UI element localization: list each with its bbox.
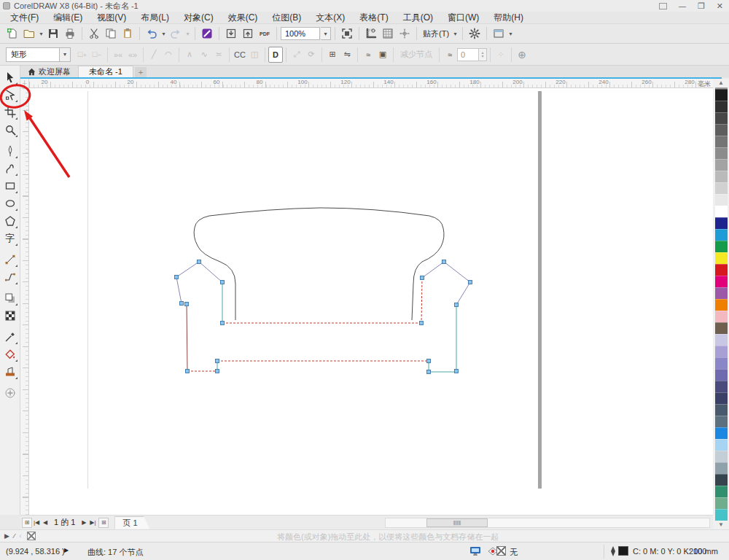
rectangle-tool[interactable]	[1, 177, 19, 195]
curve-node-8[interactable]	[443, 260, 446, 264]
menu-item-1[interactable]: 编辑(E)	[46, 12, 90, 24]
undo-icon[interactable]	[144, 26, 160, 42]
curve-node-3[interactable]	[185, 303, 189, 306]
elastic-mode-icon[interactable]: ≈	[361, 47, 375, 63]
minimize-icon[interactable]: —	[679, 2, 686, 10]
selection-mode-select[interactable]: 矩形	[6, 47, 60, 62]
smooth-node-icon[interactable]: ∿	[197, 47, 211, 63]
first-page-icon[interactable]: |◀	[32, 519, 41, 526]
docpal-eyedropper-icon[interactable]: ⁄	[14, 532, 15, 540]
curve-node-5[interactable]	[221, 322, 225, 325]
next-page-icon[interactable]: ▶	[79, 519, 88, 526]
curve-smoothness-input[interactable]: 0	[457, 48, 479, 61]
palette-swatch-26[interactable]	[715, 392, 728, 404]
sofa-segment-0[interactable]	[176, 262, 199, 303]
align-nodes-icon[interactable]: ⊞	[325, 47, 340, 63]
new-tab-button[interactable]: +	[135, 67, 147, 77]
curve-node-10[interactable]	[455, 303, 459, 307]
publish-pdf-icon[interactable]: PDF	[257, 26, 273, 42]
docpal-no-color-swatch[interactable]	[27, 532, 36, 540]
convert-to-line-icon[interactable]: ╱	[147, 47, 161, 63]
export-icon[interactable]	[240, 26, 256, 42]
close-icon[interactable]: ✕	[717, 1, 723, 11]
curve-node-6[interactable]	[420, 322, 424, 325]
dimension-tool[interactable]	[1, 251, 19, 268]
zoom-level-dropdown-icon[interactable]: ▾	[321, 27, 331, 40]
curve-node-4[interactable]	[221, 281, 225, 284]
application-launcher-icon[interactable]	[491, 26, 507, 42]
stretch-nodes-icon[interactable]: ⤢	[289, 47, 304, 63]
palette-swatch-31[interactable]	[715, 451, 728, 462]
select-all-nodes-icon[interactable]: ▣	[375, 47, 390, 63]
add-preset-icon[interactable]: ⊕	[515, 47, 529, 63]
cusp-node-icon[interactable]: ∧	[182, 47, 197, 63]
curve-node-11[interactable]	[186, 370, 190, 373]
add-node-icon[interactable]: □₊	[75, 47, 90, 63]
palette-swatch-4[interactable]	[715, 136, 728, 147]
extract-subpath-icon[interactable]: ◫	[247, 47, 262, 63]
reflect-nodes-h-icon[interactable]: ⇋	[340, 47, 354, 63]
sofa-segment-3[interactable]	[444, 262, 470, 305]
shape-tool[interactable]	[1, 86, 19, 104]
palette-swatch-28[interactable]	[715, 416, 728, 427]
palette-swatch-1[interactable]	[715, 101, 728, 112]
delete-node-icon[interactable]: □₋	[90, 47, 104, 63]
palette-swatch-14[interactable]	[715, 252, 728, 264]
menu-item-2[interactable]: 视图(V)	[90, 12, 133, 24]
docpal-scroll-left-icon[interactable]: ‹	[19, 532, 21, 540]
palette-swatch-10[interactable]	[715, 206, 728, 217]
palette-swatch-23[interactable]	[715, 357, 728, 369]
palette-swatch-13[interactable]	[715, 241, 728, 252]
undo-dropdown-icon[interactable]: ▾	[160, 26, 167, 42]
restore-icon[interactable]: ❐	[698, 1, 705, 11]
palette-swatch-2[interactable]	[715, 112, 728, 124]
curve-node-13[interactable]	[216, 370, 219, 373]
copy-icon[interactable]	[103, 26, 119, 42]
curve-node-16[interactable]	[455, 370, 459, 373]
add-page-before-icon[interactable]: ⊞	[22, 518, 32, 528]
horizontal-scrollbar[interactable]: ⦀⦀⦀	[385, 518, 710, 528]
artistic-media-tool[interactable]	[1, 160, 19, 177]
palette-swatch-3[interactable]	[715, 124, 728, 136]
menu-item-3[interactable]: 布局(L)	[133, 12, 176, 24]
palette-swatch-17[interactable]	[715, 287, 728, 299]
freehand-tool[interactable]	[1, 142, 19, 160]
palette-swatch-18[interactable]	[715, 299, 728, 311]
sofa-segment-4[interactable]	[187, 304, 187, 371]
drawing-canvas[interactable]	[29, 88, 713, 515]
node-grid-icon[interactable]: ⁘	[494, 47, 508, 63]
menu-item-0[interactable]: 文件(F)	[3, 12, 46, 24]
menu-item-8[interactable]: 表格(T)	[352, 12, 395, 24]
sofa-segment-1[interactable]	[199, 262, 222, 282]
palette-swatch-20[interactable]	[715, 322, 728, 334]
curve-smoothness-spinner[interactable]: ▴▾	[479, 48, 487, 61]
menu-item-9[interactable]: 工具(O)	[396, 12, 440, 24]
palette-swatch-24[interactable]	[715, 369, 728, 381]
import-icon[interactable]	[223, 26, 239, 42]
ruler-origin-corner[interactable]: ┼	[20, 79, 29, 88]
print-icon[interactable]	[62, 26, 78, 42]
palette-swatch-5[interactable]	[715, 147, 728, 159]
rotate-nodes-icon[interactable]: ⟳	[304, 47, 319, 63]
join-nodes-icon[interactable]: »«	[111, 47, 125, 63]
add-page-after-icon[interactable]: ⊞	[98, 518, 109, 528]
fullscreen-preview-icon[interactable]	[339, 26, 355, 42]
palette-swatch-0[interactable]	[715, 89, 728, 101]
options-gear-icon[interactable]	[467, 26, 483, 42]
page-tab[interactable]: 页 1	[114, 516, 149, 529]
sofa-segment-11[interactable]	[429, 361, 456, 372]
statusbar-flyout-icon[interactable]: ▶	[64, 547, 69, 553]
show-guidelines-icon[interactable]	[397, 26, 413, 42]
palette-swatch-15[interactable]	[715, 264, 728, 276]
share-icon[interactable]	[659, 3, 667, 9]
curve-node-12[interactable]	[216, 359, 219, 363]
paste-icon[interactable]	[120, 26, 136, 42]
docpal-flyout-icon[interactable]: ▶	[4, 532, 9, 540]
curve-node-0[interactable]	[198, 260, 201, 264]
interactive-fill-tool[interactable]	[1, 346, 19, 363]
open-dropdown-icon[interactable]: ▾	[38, 26, 44, 42]
palette-scroll-down-icon[interactable]: ▼	[718, 521, 724, 529]
outline-pen-icon[interactable]	[609, 546, 617, 558]
palette-swatch-33[interactable]	[715, 474, 728, 486]
palette-swatch-35[interactable]	[715, 497, 728, 509]
